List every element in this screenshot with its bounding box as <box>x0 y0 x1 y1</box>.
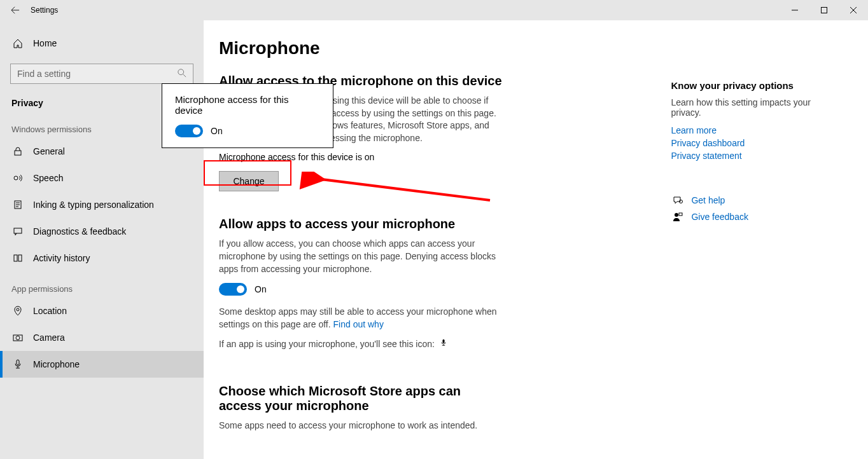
arrow-left-icon <box>11 6 20 15</box>
sidebar-item-label: Activity history <box>33 253 90 263</box>
window-title: Settings <box>31 6 58 15</box>
sidebar-item-label: Diagnostics & feedback <box>33 226 126 236</box>
section3-title: Choose which Microsoft Store apps can ac… <box>219 384 486 413</box>
window-controls <box>780 0 868 20</box>
svg-rect-7 <box>18 255 22 261</box>
home-icon <box>11 38 24 48</box>
microphone-indicator-icon <box>440 339 447 349</box>
titlebar: Settings <box>0 0 868 20</box>
get-help-row[interactable]: Get help <box>671 195 868 205</box>
close-button[interactable] <box>839 0 868 20</box>
location-icon <box>11 306 24 316</box>
sidebar-item-label: General <box>33 146 65 156</box>
svg-rect-0 <box>822 8 827 13</box>
maximize-button[interactable] <box>809 0 839 20</box>
svg-rect-5 <box>14 228 22 233</box>
svg-point-3 <box>14 176 18 180</box>
give-feedback-link[interactable]: Give feedback <box>691 212 748 222</box>
sidebar-item-inking[interactable]: Inking & typing personalization <box>0 191 204 218</box>
device-access-toggle[interactable] <box>175 125 203 137</box>
speech-icon <box>11 173 24 183</box>
microphone-icon <box>11 359 24 369</box>
section-app-permissions: App permissions <box>0 271 204 298</box>
camera-icon <box>11 332 24 343</box>
maximize-icon <box>821 7 827 13</box>
svg-rect-15 <box>679 213 682 216</box>
back-button[interactable] <box>0 0 31 20</box>
search-input[interactable] <box>17 69 178 79</box>
find-out-why-link[interactable]: Find out why <box>333 319 384 329</box>
svg-rect-6 <box>14 255 17 261</box>
close-icon <box>850 7 857 13</box>
svg-point-8 <box>17 308 19 311</box>
sidebar-item-camera[interactable]: Camera <box>0 324 204 351</box>
sidebar-item-label: Location <box>33 306 67 316</box>
svg-point-14 <box>675 213 678 217</box>
svg-rect-11 <box>17 360 19 365</box>
apps-access-toggle-label: On <box>255 284 267 294</box>
device-access-toggle-label: On <box>211 126 223 136</box>
sidebar-item-label: Microphone <box>33 359 80 369</box>
sidebar-item-label: Speech <box>33 173 63 183</box>
history-icon <box>11 253 24 263</box>
svg-point-1 <box>178 69 184 74</box>
get-help-link[interactable]: Get help <box>691 195 725 205</box>
privacy-statement-link[interactable]: Privacy statement <box>671 151 868 161</box>
svg-point-10 <box>16 336 20 340</box>
sidebar-item-speech[interactable]: Speech <box>0 165 204 191</box>
help-icon <box>671 195 685 205</box>
apps-access-toggle[interactable] <box>219 283 247 296</box>
sidebar-item-microphone[interactable]: Microphone <box>0 351 204 378</box>
section2-note: Some desktop apps may still be able to a… <box>219 306 499 331</box>
privacy-dashboard-link[interactable]: Privacy dashboard <box>671 138 868 148</box>
minimize-icon <box>792 7 798 13</box>
sidebar-home[interactable]: Home <box>0 32 204 55</box>
lock-icon <box>11 146 24 156</box>
sidebar-item-label: Inking & typing personalization <box>33 200 154 210</box>
section2-title: Allow apps to access your microphone <box>219 217 588 231</box>
section2-body: If you allow access, you can choose whic… <box>219 238 499 275</box>
clipboard-icon <box>11 200 24 210</box>
sidebar-home-label: Home <box>33 38 57 48</box>
aside: Know your privacy options Learn how this… <box>671 74 868 440</box>
minimize-button[interactable] <box>780 0 809 20</box>
mic-in-use-note: If an app is using your microphone, you'… <box>219 338 499 351</box>
search-box[interactable] <box>10 64 193 84</box>
sidebar-item-activity[interactable]: Activity history <box>0 245 204 271</box>
page-title: Microphone <box>219 38 868 58</box>
feedback-icon <box>11 226 24 236</box>
learn-more-link[interactable]: Learn more <box>671 125 868 135</box>
svg-rect-12 <box>442 339 444 343</box>
give-feedback-row[interactable]: Give feedback <box>671 212 868 222</box>
sidebar-item-label: Camera <box>33 332 65 343</box>
feedback-person-icon <box>671 212 685 222</box>
annotation-change-highlight <box>204 160 291 186</box>
aside-heading: Know your privacy options <box>671 80 868 91</box>
search-icon <box>178 69 186 79</box>
svg-rect-2 <box>15 151 21 155</box>
aside-body: Learn how this setting impacts your priv… <box>671 97 817 118</box>
flyout-title: Microphone access for this device <box>175 94 296 116</box>
sidebar-item-diagnostics[interactable]: Diagnostics & feedback <box>0 218 204 245</box>
section3-body: Some apps need to access your microphone… <box>219 420 499 432</box>
device-access-flyout: Microphone access for this device On <box>162 83 333 148</box>
sidebar-item-location[interactable]: Location <box>0 298 204 324</box>
